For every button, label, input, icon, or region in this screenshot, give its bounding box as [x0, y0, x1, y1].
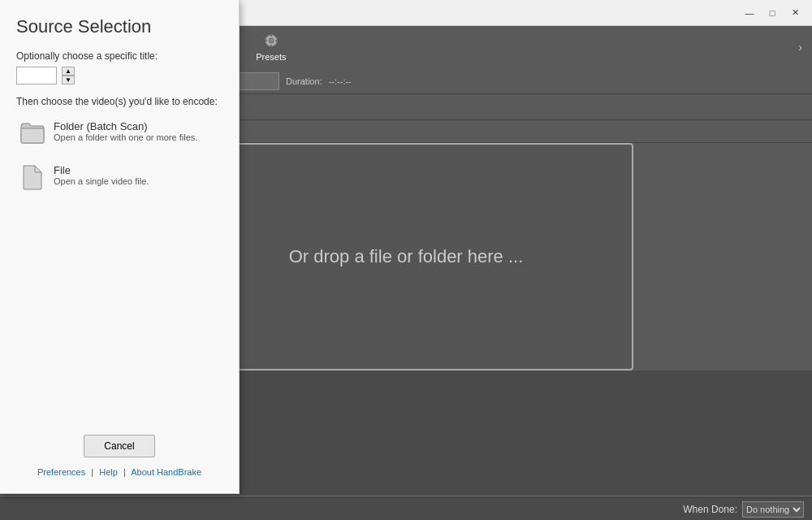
svg-point-17 [269, 38, 274, 43]
file-icon [19, 164, 45, 190]
folder-option[interactable]: Folder (Batch Scan) Open a folder with o… [16, 117, 222, 150]
close-button[interactable]: ✕ [784, 2, 806, 24]
file-option-description: Open a single video file. [54, 176, 149, 186]
file-option-text: File Open a single video file. [54, 164, 149, 186]
about-link[interactable]: About HandBrake [131, 467, 201, 477]
help-link[interactable]: Help [99, 467, 118, 477]
title-subtitle: Optionally choose a specific title: [16, 50, 222, 62]
when-done-bar: When Done: Do nothing [0, 497, 812, 520]
source-selection-title: Source Selection [16, 16, 222, 37]
cancel-button[interactable]: Cancel [84, 435, 154, 457]
window-controls: — □ ✕ [739, 2, 806, 24]
sep2: | [123, 467, 126, 477]
maximize-button[interactable]: □ [762, 2, 783, 24]
source-selection-dialog: Source Selection Optionally choose a spe… [0, 0, 240, 494]
drop-zone-text: Or drop a file or folder here ... [289, 246, 524, 267]
spinner-up-button[interactable]: ▲ [62, 67, 75, 76]
file-option-title: File [54, 164, 149, 176]
app-window: H HandBrake — □ ✕ ▶ Start Encode [0, 0, 812, 520]
presets-label: Presets [256, 52, 286, 62]
when-done-label: When Done: [683, 504, 737, 515]
folder-icon [19, 120, 45, 146]
drop-zone[interactable]: Or drop a file or folder here ... [179, 143, 633, 370]
title-select-row: ▲ ▼ [16, 67, 222, 84]
sep1: | [91, 467, 93, 477]
svg-rect-22 [21, 128, 44, 143]
folder-option-description: Open a folder with one or more files. [54, 132, 197, 142]
title-spinner: ▲ ▼ [62, 67, 75, 84]
duration-label: Duration: [286, 76, 322, 86]
source-links: Preferences | Help | About HandBrake [37, 467, 201, 477]
presets-icon [262, 33, 280, 50]
minimize-button[interactable]: — [739, 2, 760, 24]
preferences-link[interactable]: Preferences [37, 467, 85, 477]
when-done-select[interactable]: Do nothing [742, 501, 804, 518]
toolbar-scroll-button[interactable]: › [795, 37, 806, 57]
spinner-down-button[interactable]: ▼ [62, 76, 75, 84]
file-option[interactable]: File Open a single video file. [16, 161, 222, 193]
presets-button[interactable]: Presets [247, 29, 296, 65]
video-subtitle: Then choose the video(s) you'd like to e… [16, 96, 222, 107]
source-footer: Cancel Preferences | Help | About HandBr… [16, 435, 222, 477]
folder-option-text: Folder (Batch Scan) Open a folder with o… [54, 120, 197, 142]
title-input[interactable] [16, 67, 57, 84]
duration-value: --:--:-- [329, 76, 352, 86]
folder-option-title: Folder (Batch Scan) [54, 120, 197, 132]
